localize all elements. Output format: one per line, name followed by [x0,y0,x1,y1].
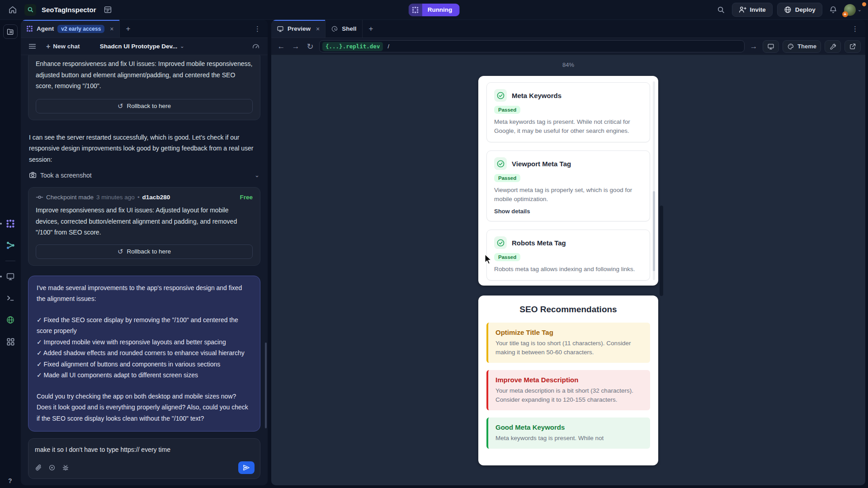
devtools-button[interactable] [763,40,779,53]
chat-input-value[interactable]: make it so I don't have to type https://… [35,444,255,455]
send-icon [242,464,250,472]
checkpoint-card: Checkpoint made 3 minutes ago • d1acb280… [28,187,260,266]
deploy-button[interactable]: Deploy [777,3,822,17]
repl-title: SeoTagInspector [42,6,96,14]
rail-item-agent[interactable] [4,217,17,230]
tab-agent[interactable]: Agent v2 early access × [21,20,120,38]
agent-message-text: I can see the server restarted successfu… [29,132,259,165]
magnifier-icon [27,6,34,13]
rollback-button[interactable]: ↺ Rollback to here [36,99,253,113]
notifications-button[interactable] [827,4,840,16]
inner-scrollbar-thumb[interactable] [653,191,655,271]
url-bar[interactable]: {...}.replit.dev / [319,40,745,52]
early-access-badge: v2 early access [57,25,104,33]
global-search-button[interactable] [715,4,727,16]
chat-pane-menu-icon[interactable]: ⋮ [248,20,268,38]
preview-scrollbar-thumb[interactable] [660,206,663,296]
agent-chat-pane: Agent v2 early access × + ⋮ + New chat S… [21,20,268,485]
topbar: SeoTagInspector Running Invite [0,0,868,20]
tab-preview[interactable]: Preview × [271,20,326,38]
layout-panels-button[interactable] [102,4,114,16]
chat-history-button[interactable] [26,40,39,53]
screenshot-tool-row[interactable]: Took a screenshot ⌄ [29,171,259,179]
preview-pane-menu-icon[interactable]: ⋮ [845,20,865,38]
rail-divider [5,261,15,261]
back-button[interactable]: ← [276,42,287,51]
bug-icon [62,464,69,471]
new-chat-button[interactable]: + New chat [42,40,84,53]
check-circle-icon [494,157,507,170]
rail-item-workflows[interactable] [4,239,17,252]
invite-button[interactable]: Invite [732,3,773,17]
recommendation-error: Improve Meta Description Your meta descr… [486,370,650,410]
status-badge: Passed [494,174,520,182]
recommendation-description: Your meta description is a bit short (32… [495,386,643,404]
run-status-pill[interactable]: Running [409,4,460,16]
rail-item-shell[interactable] [4,292,17,305]
left-rail [0,20,21,488]
monitor-icon [767,43,774,50]
rollback-label: Rollback to here [127,103,171,109]
bubble-intro: I've made several improvements to the ap… [37,282,252,305]
close-tab-icon[interactable]: × [316,25,320,33]
home-button[interactable] [6,4,19,16]
chat-input-box[interactable]: make it so I don't have to type https://… [28,438,260,479]
forward-button[interactable]: → [290,42,301,51]
rail-item-apps[interactable] [4,335,17,348]
seo-recommendations-section: SEO Recommendations Optimize Title Tag Y… [478,296,658,465]
chat-scrollbar[interactable] [265,343,267,428]
checkpoint-price-badge: Free [240,194,253,201]
rollback-button[interactable]: ↺ Rollback to here [36,244,253,259]
running-status-label: Running [422,4,460,16]
show-details-link[interactable]: Show details [494,208,642,215]
commit-node-icon [36,193,43,201]
bubble-item: ✓ Fixed alignment of buttons and compone… [37,359,252,370]
open-in-new-tab-button[interactable] [844,40,861,53]
account-menu[interactable]: + ⌄ [844,4,862,16]
chat-tabstrip: Agent v2 early access × + ⋮ [21,20,268,38]
rail-item-networking[interactable] [4,314,17,326]
report-bug-button[interactable] [62,464,69,471]
close-tab-icon[interactable]: × [110,25,113,33]
open-url-button[interactable]: → [748,42,759,51]
element-picker-button[interactable] [48,464,56,471]
bubble-item: ✓ Improved mobile view with responsive l… [37,337,252,348]
chat-toolbar: + New chat Shadcn UI Prototype Dev... ⌄ [21,38,268,55]
chat-message-list[interactable]: Enhance responsiveness and fix UI issues… [21,55,268,434]
rollback-icon: ↺ [118,248,123,256]
chat-session-selector[interactable]: Shadcn UI Prototype Dev... ⌄ [100,43,184,50]
theme-label: Theme [797,43,816,50]
preview-tabstrip: Preview × Shell + ⋮ [271,20,865,38]
new-tab-button[interactable]: + [120,20,137,38]
check-title: Robots Meta Tag [512,239,566,247]
usage-gauge-button[interactable] [250,40,262,53]
palette-icon [787,43,794,50]
send-button[interactable] [238,461,255,474]
wrench-icon [829,43,836,50]
active-indicator-dot [0,276,2,277]
help-button[interactable]: ? [8,477,12,484]
shell-icon [331,25,338,33]
camera-icon [29,171,37,179]
recommendation-description: Your title tag is too short (11 characte… [495,339,643,357]
refresh-button[interactable]: ↻ [305,42,316,52]
new-tab-button[interactable]: + [363,20,380,38]
bubble-item: ✓ Fixed the SEO score display by removin… [37,314,252,337]
list-icon [29,42,37,50]
gauge-icon [252,42,260,51]
globe-icon [784,6,792,14]
monitor-icon [277,25,284,33]
preview-viewport[interactable]: 84% Meta Keywords Passed Meta keywords t… [271,55,865,485]
rail-item-preview[interactable] [4,270,17,283]
checkpoint-label: Checkpoint made [46,194,94,201]
search-icon [717,6,725,14]
recommendation-warning: Optimize Title Tag Your title tag is too… [486,323,650,363]
check-card-viewport: Viewport Meta Tag Passed Viewport meta t… [486,150,650,221]
files-panel-toggle[interactable] [3,24,18,39]
tab-preview-label: Preview [288,25,311,32]
attach-file-button[interactable] [35,464,42,471]
tab-agent-label: Agent [37,25,54,32]
theme-button[interactable]: Theme [783,40,821,53]
settings-tool-button[interactable] [825,40,841,53]
tab-shell[interactable]: Shell [326,20,362,38]
